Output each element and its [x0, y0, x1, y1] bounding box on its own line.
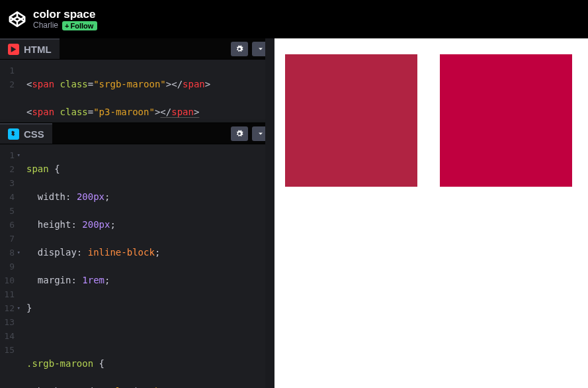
chevron-down-icon — [257, 130, 265, 138]
html-code-area[interactable]: 1 2 <span class="srgb-maroon"></span> <s… — [0, 60, 274, 122]
gear-icon — [235, 130, 243, 138]
content: HTML 1 2 <span class="srgb-maroon — [0, 38, 588, 388]
css-tab-label: CSS — [24, 128, 44, 140]
html-lang-icon — [8, 44, 19, 55]
css-gutter: 1 2 3 4 5 6 7 8 9 10 11 12 13 14 15 — [0, 148, 20, 388]
css-panel-header: CSS — [0, 123, 274, 144]
editors-scrollbar[interactable] — [265, 38, 274, 388]
css-lang-icon — [8, 128, 19, 140]
follow-label: Follow — [70, 22, 93, 30]
preview-pane — [274, 38, 588, 388]
follow-button[interactable]: + Follow — [62, 21, 97, 30]
srgb-maroon-swatch — [285, 54, 417, 187]
plus-icon: + — [65, 22, 69, 30]
html-panel: HTML 1 2 <span class="srgb-maroon — [0, 38, 274, 123]
pen-title[interactable]: color space — [33, 8, 97, 21]
css-panel: CSS 1 2 3 4 5 — [0, 123, 274, 388]
author-name[interactable]: Charlie — [33, 21, 58, 30]
css-tab[interactable]: CSS — [0, 123, 52, 144]
codepen-logo-icon[interactable] — [8, 10, 26, 28]
top-bar: color space Charlie + Follow — [0, 0, 588, 38]
p3-maroon-swatch — [440, 54, 572, 187]
gear-icon — [235, 45, 243, 53]
html-panel-header: HTML — [0, 38, 274, 60]
html-tab-label: HTML — [24, 44, 52, 55]
html-gutter: 1 2 — [0, 64, 20, 122]
css-code[interactable]: span { width: 200px; height: 200px; disp… — [20, 148, 274, 388]
title-block: color space Charlie + Follow — [33, 8, 97, 31]
html-settings-button[interactable] — [231, 42, 248, 56]
html-tab[interactable]: HTML — [0, 38, 60, 59]
css-code-area[interactable]: 1 2 3 4 5 6 7 8 9 10 11 12 13 14 15 span… — [0, 144, 274, 388]
css-settings-button[interactable] — [231, 126, 248, 141]
html-code[interactable]: <span class="srgb-maroon"></span> <span … — [20, 64, 274, 122]
chevron-down-icon — [257, 45, 265, 53]
editors-column: HTML 1 2 <span class="srgb-maroon — [0, 38, 274, 388]
